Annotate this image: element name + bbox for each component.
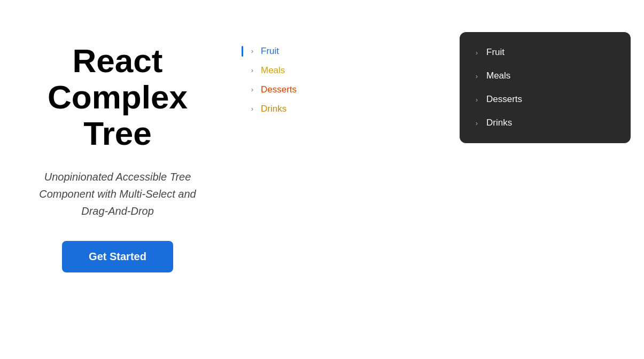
light-tree-item-drinks[interactable]: › Drinks (246, 100, 385, 118)
tree-item-label: Fruit (486, 47, 505, 58)
dark-tree: › Fruit › Meals › Desserts › Drinks (460, 32, 631, 143)
main-title: React Complex Tree (32, 43, 203, 152)
tree-item-label: Desserts (261, 84, 297, 95)
active-indicator (242, 46, 243, 57)
chevron-right-icon: › (248, 48, 257, 55)
dark-tree-item-desserts[interactable]: › Desserts (460, 88, 631, 111)
light-tree-item-meals[interactable]: › Meals (246, 62, 385, 79)
chevron-right-icon: › (248, 86, 257, 93)
tree-item-label: Fruit (261, 46, 279, 57)
chevron-right-icon: › (248, 67, 257, 74)
subtitle: Unopinionated Accessible Tree Component … (32, 168, 203, 220)
dark-tree-item-drinks[interactable]: › Drinks (460, 111, 631, 135)
get-started-button[interactable]: Get Started (62, 241, 173, 272)
chevron-right-icon: › (248, 105, 257, 113)
dark-tree-item-meals[interactable]: › Meals (460, 64, 631, 88)
chevron-right-icon: › (472, 49, 481, 57)
page-container: React Complex Tree Unopinionated Accessi… (0, 21, 644, 294)
chevron-right-icon: › (472, 96, 481, 104)
light-tree: › Fruit › Meals › Desserts › Drinks (224, 32, 406, 128)
light-tree-item-fruit[interactable]: › Fruit (246, 43, 385, 60)
tree-item-label: Meals (486, 71, 510, 81)
tree-item-label: Desserts (486, 94, 522, 105)
light-tree-item-desserts[interactable]: › Desserts (246, 81, 385, 98)
chevron-right-icon: › (472, 72, 481, 80)
tree-item-label: Meals (261, 65, 285, 76)
dark-tree-item-fruit[interactable]: › Fruit (460, 41, 631, 64)
tree-item-label: Drinks (261, 104, 286, 114)
hero-section: React Complex Tree Unopinionated Accessi… (0, 32, 224, 283)
chevron-right-icon: › (472, 119, 481, 127)
tree-item-label: Drinks (486, 118, 512, 128)
